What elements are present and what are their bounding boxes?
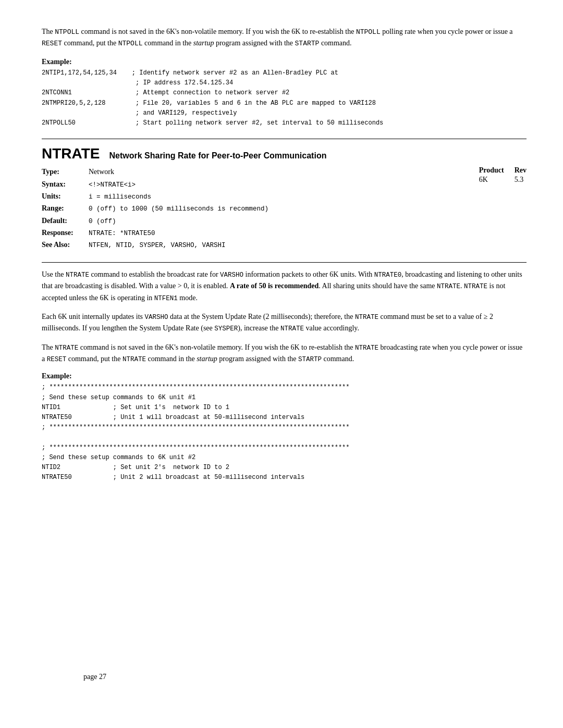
syntax-value: <!>NTRATE<i> <box>89 180 136 190</box>
command-meta: Type: Network Syntax: <!>NTRATE<i> Units… <box>42 166 527 252</box>
code-reset-2: RESET <box>47 356 67 363</box>
type-value: Network <box>89 166 114 178</box>
section-divider <box>42 139 527 139</box>
response-label: Response: <box>42 227 89 239</box>
range-label: Range: <box>42 203 89 214</box>
code-ntfen1: NTFEN1 <box>154 295 178 302</box>
code-varsho-1: VARSHO <box>220 272 243 279</box>
product-header: Product <box>479 166 504 175</box>
command-header: NTRATE Network Sharing Rate for Peer-to-… <box>42 145 527 162</box>
body-paragraph-3: The NTRATE command is not saved in the 6… <box>42 342 527 365</box>
type-label: Type: <box>42 166 89 178</box>
rev-header: Rev <box>515 166 527 175</box>
page-wrapper: The NTPOLL command is not saved in the 6… <box>42 26 527 702</box>
section-divider-2 <box>42 262 527 263</box>
seealso-label: See Also: <box>42 239 89 251</box>
page-number: page 27 <box>83 673 106 681</box>
code-sysper: SYSPER <box>214 325 238 332</box>
body-paragraph-2: Each 6K unit internally updates its VARS… <box>42 311 527 335</box>
meta-range-row: Range: 0 (off) to 1000 (50 milliseconds … <box>42 203 469 214</box>
example1-code: 2NTIP1,172,54,125,34 ; Identify network … <box>42 68 527 128</box>
example1-label: Example: <box>42 58 527 66</box>
code-ntrate-7: NTRATE <box>355 344 378 352</box>
rev-value: 5.3 <box>515 176 524 184</box>
code-ntrate-8: NTRATE <box>123 356 146 363</box>
syntax-label: Syntax: <box>42 179 89 190</box>
code-varsho-2: VARSHO <box>145 314 168 321</box>
meta-syntax-row: Syntax: <!>NTRATE<i> <box>42 179 469 190</box>
seealso-value: NTFEN, NTID, SYSPER, VARSHO, VARSHI <box>89 240 226 251</box>
example2-label: Example: <box>42 372 527 380</box>
body-paragraph-1: Use the NTRATE command to establish the … <box>42 269 527 304</box>
code-ntpoll-3: NTPOLL <box>118 40 143 47</box>
meta-type-row: Type: Network <box>42 166 469 178</box>
default-label: Default: <box>42 215 89 227</box>
code-ntrate-4: NTRATE <box>355 314 378 321</box>
meta-default-row: Default: 0 (off) <box>42 215 469 227</box>
code-ntrate-5: NTRATE <box>280 325 304 332</box>
units-value: i = milliseconds <box>89 192 151 202</box>
example2-code: ; **************************************… <box>42 382 527 483</box>
product-col: Product 6K <box>479 166 504 184</box>
command-name: NTRATE <box>42 145 100 162</box>
meta-seealso-row: See Also: NTFEN, NTID, SYSPER, VARSHO, V… <box>42 239 469 251</box>
rev-col: Rev 5.3 <box>515 166 527 184</box>
intro-paragraph: The NTPOLL command is not saved in the 6… <box>42 26 527 48</box>
response-value: NTRATE: *NTRATE50 <box>89 228 155 239</box>
meta-table: Type: Network Syntax: <!>NTRATE<i> Units… <box>42 166 469 252</box>
default-value: 0 (off) <box>89 216 116 227</box>
meta-response-row: Response: NTRATE: *NTRATE50 <box>42 227 469 239</box>
units-label: Units: <box>42 191 89 202</box>
code-ntpoll-2: NTPOLL <box>356 28 381 36</box>
code-reset: RESET <box>42 40 62 47</box>
code-ntrate-6: NTRATE <box>55 344 78 352</box>
code-ntpoll-1: NTPOLL <box>55 28 79 36</box>
code-ntrate-1: NTRATE <box>66 272 89 279</box>
code-startp: STARTP <box>295 40 320 47</box>
code-ntrate-3: NTRATE <box>464 283 487 290</box>
command-description: Network Sharing Rate for Peer-to-Peer Co… <box>109 151 326 161</box>
code-ntrate-2: NTRATE <box>437 283 460 290</box>
product-value: 6K <box>479 176 488 184</box>
range-value: 0 (off) to 1000 (50 milliseconds is reco… <box>89 204 268 214</box>
code-ntrate0: NTRATE0 <box>374 272 402 279</box>
product-rev-block: Product 6K Rev 5.3 <box>479 166 527 252</box>
code-startp-2: STARTP <box>298 356 322 363</box>
meta-units-row: Units: i = milliseconds <box>42 191 469 202</box>
